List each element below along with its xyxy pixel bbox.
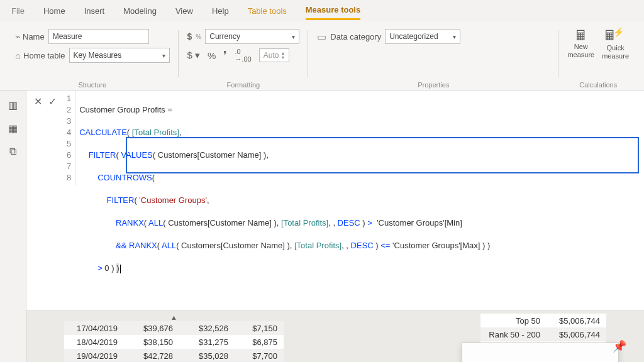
group-label-structure: Structure [15, 79, 170, 89]
table-row[interactable]: 18/04/2019$38,150$31,275$6,875 [64, 335, 284, 349]
comma-button[interactable]: ❜ [223, 48, 227, 62]
tab-help[interactable]: Help [212, 3, 229, 19]
left-table[interactable]: 17/04/2019$39,676$32,526$7,15018/04/2019… [64, 321, 284, 362]
name-label: Name [23, 32, 45, 41]
main-area: ▥ ▦ ⧉ ✕ ✓ 12345678 Customer Group Profit… [0, 90, 644, 362]
formula-editor[interactable]: Customer Group Profits = CALCULATE( [Tot… [75, 90, 644, 310]
work-surface: ✕ ✓ 12345678 Customer Group Profits = CA… [26, 90, 644, 362]
commit-formula-button[interactable]: ✓ [48, 96, 57, 107]
top-tabs: File Home Insert Modeling View Help Tabl… [0, 0, 644, 21]
left-rail: ▥ ▦ ⧉ [0, 90, 26, 362]
currency-icon [187, 31, 192, 41]
table-row[interactable]: 19/04/2019$42,728$35,028$7,700 [64, 349, 284, 362]
ribbon: Name Measure Home table Key Measures Str… [0, 21, 644, 90]
ribbon-group-calculations: 🖩 New measure 🖩⚡ Quick measure Calculati… [558, 26, 638, 90]
home-table-label: Home table [23, 51, 65, 60]
loading-tooltip: Working on it [462, 343, 619, 362]
tag-icon [15, 31, 20, 41]
decimals-input[interactable]: Auto ▲▼ [259, 48, 290, 62]
ribbon-group-formatting: % Currency $ ▾ % ❜ .0→.00 Auto ▲▼ Format… [179, 26, 309, 90]
home-table-select[interactable]: Key Measures [69, 48, 170, 63]
percent-button[interactable]: % [208, 50, 216, 61]
tab-table-tools[interactable]: Table tools [248, 3, 287, 19]
table-row[interactable]: Top 50$5,006,744 [480, 314, 606, 327]
tab-insert[interactable]: Insert [84, 3, 105, 19]
calculator-icon: 🖩 [574, 29, 588, 43]
ribbon-group-properties: Data category Uncategorized Properties [308, 26, 558, 90]
spin-up[interactable]: ▲ [280, 51, 285, 55]
currency-button[interactable]: $ ▾ [187, 50, 201, 61]
quick-measure-button[interactable]: 🖩⚡ Quick measure [602, 29, 629, 60]
tab-file[interactable]: File [11, 3, 25, 19]
data-view-icon[interactable]: ▦ [8, 123, 18, 134]
group-label-calculations: Calculations [567, 79, 629, 89]
ribbon-group-structure: Name Measure Home table Key Measures Str… [6, 26, 179, 90]
calculator-lightning-icon: 🖩⚡ [603, 29, 628, 44]
group-label-properties: Properties [317, 79, 550, 89]
report-view-icon[interactable]: ▥ [8, 99, 18, 111]
pin-icon[interactable]: 📌 [613, 339, 626, 353]
tab-view[interactable]: View [175, 3, 193, 19]
tab-modeling[interactable]: Modeling [123, 3, 157, 19]
text-cursor [120, 265, 121, 273]
spin-down[interactable]: ▼ [280, 55, 285, 60]
cancel-formula-button[interactable]: ✕ [34, 96, 42, 107]
name-input[interactable]: Measure [48, 29, 149, 44]
formula-bar: ✕ ✓ 12345678 Customer Group Profits = CA… [26, 90, 644, 311]
group-label-formatting: Formatting [187, 79, 300, 89]
category-icon [317, 31, 326, 43]
data-category-select[interactable]: Uncategorized [385, 29, 460, 44]
tab-home[interactable]: Home [43, 3, 65, 19]
table-row[interactable]: Rank 50 - 200$5,006,744 [480, 327, 606, 341]
tab-measure-tools[interactable]: Measure tools [306, 1, 360, 20]
table-row[interactable]: 17/04/2019$39,676$32,526$7,150 [64, 321, 284, 335]
data-category-label: Data category [330, 32, 381, 41]
report-canvas[interactable]: ▲ 17/04/2019$39,676$32,526$7,15018/04/20… [26, 311, 644, 362]
decimal-dec-button[interactable]: .0→.00 [235, 48, 251, 63]
new-measure-button[interactable]: 🖩 New measure [567, 29, 594, 60]
scroll-up-icon[interactable]: ▲ [64, 314, 284, 321]
model-view-icon[interactable]: ⧉ [9, 146, 16, 157]
home-icon [15, 50, 21, 61]
line-gutter: 12345678 [64, 90, 75, 186]
format-select[interactable]: Currency [205, 29, 299, 44]
